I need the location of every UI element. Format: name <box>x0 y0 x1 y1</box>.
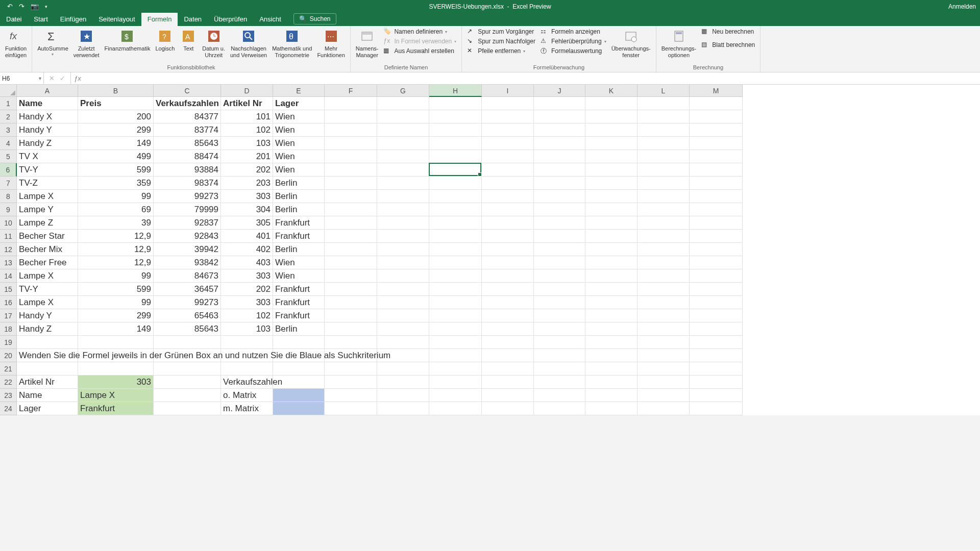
name-box[interactable]: H6▼ <box>0 72 44 84</box>
cell[interactable] <box>429 389 482 402</box>
cell[interactable] <box>325 362 377 375</box>
cell[interactable]: 202 <box>221 163 273 177</box>
row-header-7[interactable]: 7 <box>0 177 17 190</box>
cell[interactable] <box>585 309 638 322</box>
column-header-E[interactable]: E <box>273 85 325 97</box>
cell[interactable] <box>429 163 482 177</box>
cell[interactable]: 99273 <box>154 296 221 309</box>
cell[interactable]: 84377 <box>154 110 221 123</box>
cell[interactable] <box>690 190 743 203</box>
cell[interactable] <box>585 137 638 150</box>
cell[interactable] <box>377 190 429 203</box>
cell[interactable] <box>482 150 534 163</box>
cell[interactable] <box>325 389 377 402</box>
row-header-20[interactable]: 20 <box>0 349 17 362</box>
cell[interactable] <box>377 336 429 349</box>
row-header-10[interactable]: 10 <box>0 216 17 230</box>
cell[interactable] <box>429 283 482 296</box>
cell[interactable]: 200 <box>78 110 154 123</box>
cell[interactable]: Wien <box>273 256 325 269</box>
cell[interactable]: Frankfurt <box>273 296 325 309</box>
logical-button[interactable]: ?Logisch <box>153 27 177 53</box>
cell[interactable]: Frankfurt <box>78 402 154 415</box>
cell[interactable] <box>377 110 429 123</box>
cell[interactable] <box>534 389 585 402</box>
cell[interactable]: Wien <box>273 110 325 123</box>
cell[interactable] <box>429 190 482 203</box>
cell[interactable] <box>585 230 638 243</box>
cell[interactable]: 12,9 <box>78 230 154 243</box>
cell[interactable] <box>638 362 690 375</box>
cell[interactable] <box>273 389 325 402</box>
cell[interactable] <box>690 110 743 123</box>
cell[interactable] <box>534 322 585 336</box>
row-header-8[interactable]: 8 <box>0 190 17 203</box>
cell[interactable] <box>482 163 534 177</box>
row-header-24[interactable]: 24 <box>0 402 17 415</box>
cell[interactable] <box>585 362 638 375</box>
cell[interactable] <box>585 150 638 163</box>
show-formulas-button[interactable]: ⚏Formeln anzeigen <box>538 27 608 36</box>
qat-dropdown-icon[interactable]: ▾ <box>45 4 47 9</box>
watch-window-button[interactable]: Überwachungs- fenster <box>609 27 653 59</box>
cell[interactable] <box>585 177 638 190</box>
cell[interactable] <box>325 243 377 256</box>
cell[interactable] <box>690 203 743 216</box>
cell[interactable] <box>325 402 377 415</box>
column-header-G[interactable]: G <box>377 85 429 97</box>
cell[interactable] <box>429 375 482 389</box>
cell[interactable] <box>377 97 429 110</box>
cell[interactable]: 103 <box>221 322 273 336</box>
cell[interactable] <box>377 243 429 256</box>
cell[interactable] <box>585 190 638 203</box>
tab-pagelayout[interactable]: Seitenlayout <box>92 13 141 26</box>
cell[interactable]: 39942 <box>154 243 221 256</box>
cell[interactable] <box>482 216 534 230</box>
cell[interactable] <box>325 283 377 296</box>
cell[interactable] <box>325 296 377 309</box>
cell[interactable]: 84673 <box>154 269 221 283</box>
cell[interactable] <box>638 150 690 163</box>
cell[interactable] <box>482 230 534 243</box>
tab-review[interactable]: Überprüfen <box>208 13 253 26</box>
cell[interactable] <box>534 230 585 243</box>
trace-precedents-button[interactable]: ↗Spur zum Vorgänger <box>465 27 537 36</box>
cell[interactable] <box>377 137 429 150</box>
cell[interactable] <box>377 216 429 230</box>
cell[interactable] <box>534 137 585 150</box>
cell[interactable] <box>690 336 743 349</box>
cell[interactable] <box>482 389 534 402</box>
cell[interactable] <box>585 283 638 296</box>
cell[interactable]: Lampe X <box>17 296 78 309</box>
cell[interactable] <box>377 402 429 415</box>
cell[interactable]: Lager <box>273 97 325 110</box>
cell[interactable]: Frankfurt <box>273 309 325 322</box>
cell[interactable] <box>638 349 690 362</box>
cell[interactable] <box>377 362 429 375</box>
row-header-2[interactable]: 2 <box>0 110 17 123</box>
cell[interactable] <box>429 123 482 137</box>
cell[interactable] <box>534 216 585 230</box>
cell[interactable] <box>325 110 377 123</box>
cell[interactable] <box>585 269 638 283</box>
cell[interactable]: 303 <box>221 296 273 309</box>
cell[interactable] <box>638 123 690 137</box>
cell[interactable]: 39 <box>78 216 154 230</box>
cell[interactable] <box>325 269 377 283</box>
cell[interactable] <box>325 309 377 322</box>
row-header-23[interactable]: 23 <box>0 389 17 402</box>
date-time-button[interactable]: Datum u. Uhrzeit <box>200 27 227 59</box>
cell[interactable] <box>482 137 534 150</box>
row-header-17[interactable]: 17 <box>0 309 17 322</box>
cell[interactable] <box>154 362 221 375</box>
cell[interactable] <box>534 296 585 309</box>
cell[interactable] <box>377 177 429 190</box>
cell[interactable]: 12,9 <box>78 256 154 269</box>
cell[interactable] <box>429 243 482 256</box>
row-header-22[interactable]: 22 <box>0 375 17 389</box>
tab-insert[interactable]: Einfügen <box>54 13 92 26</box>
cell[interactable]: 36457 <box>154 283 221 296</box>
remove-arrows-button[interactable]: ✕Pfeile entfernen▾ <box>465 46 537 56</box>
cell[interactable]: 304 <box>221 203 273 216</box>
cell[interactable] <box>638 269 690 283</box>
